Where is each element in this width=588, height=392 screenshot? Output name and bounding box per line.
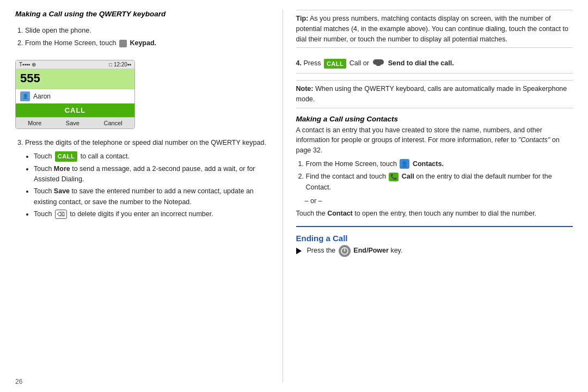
- svg-rect-2: [376, 65, 381, 66]
- contacts-section: Making a Call using Contacts A contact i…: [296, 115, 573, 219]
- phone-save-btn[interactable]: Save: [66, 120, 79, 126]
- triangle-bullet-icon: [296, 248, 302, 254]
- left-step-2: From the Home Screen, touch Keypad.: [25, 38, 270, 48]
- right-column: Tip: As you press numbers, matching cont…: [283, 10, 573, 382]
- step4: 4. Press CALL Call or Send to dial the c…: [296, 54, 573, 74]
- left-section-title: Making a Call using the QWERTY keyboard: [15, 10, 270, 18]
- ending-call-title: Ending a Call: [296, 234, 573, 243]
- tip-box: Tip: As you press numbers, matching cont…: [296, 10, 573, 48]
- bullet-backspace: Touch ⌫ to delete digits if you enter an…: [34, 209, 270, 219]
- left-step-1: Slide open the phone.: [25, 26, 270, 36]
- page-number: 26: [15, 378, 22, 385]
- note-box: Note: When using the QWERTY keyboard, ca…: [296, 80, 573, 108]
- backspace-icon: ⌫: [55, 210, 67, 219]
- contact-name: Aaron: [33, 93, 51, 100]
- ending-call-section: Ending a Call Press the End/Power key.: [296, 226, 573, 257]
- contacts-step-1: From the Home Screen, touch 👤 Contacts.: [306, 159, 573, 169]
- contacts-icon: 👤: [400, 159, 409, 169]
- call-badge-step4: CALL: [324, 59, 346, 69]
- contacts-section-title: Making a Call using Contacts: [296, 115, 573, 123]
- left-column: Making a Call using the QWERTY keyboard …: [15, 10, 283, 382]
- contacts-step-2: Find the contact and touch 📞 Call on the…: [306, 171, 573, 193]
- contact-avatar: 👤: [20, 91, 30, 101]
- phone-mockup: T▪▪▪▪ ⊕ □ 12:20▪▪ 555 👤 Aaron CALL More …: [15, 60, 135, 129]
- left-step-3: Press the digits of the telephone or spe…: [25, 138, 270, 220]
- call-badge-1: CALL: [55, 151, 77, 162]
- end-power-icon: [339, 245, 351, 257]
- phone-status-bar: T▪▪▪▪ ⊕ □ 12:20▪▪: [16, 60, 134, 69]
- bullet-more: Touch More to send a message, add a 2-se…: [34, 164, 270, 185]
- or-description: Touch the Contact to open the entry, the…: [296, 209, 573, 219]
- send-phone-icon: [372, 58, 384, 70]
- ending-call-item: Press the End/Power key.: [296, 245, 573, 257]
- bullet-save: Touch Save to save the entered number to…: [34, 186, 270, 207]
- phone-call-button[interactable]: CALL: [16, 103, 134, 117]
- phone-cancel-btn[interactable]: Cancel: [103, 120, 122, 126]
- phone-more-btn[interactable]: More: [28, 120, 41, 126]
- phone-contact-row: 👤 Aaron: [16, 89, 134, 103]
- phone-number-display: 555: [16, 69, 134, 89]
- call-icon-green: 📞: [389, 173, 399, 181]
- or-divider: – or –: [305, 196, 573, 206]
- bullet-call: Touch CALL to call a contact.: [34, 151, 270, 162]
- contacts-intro: A contact is an entry that you have crea…: [296, 125, 573, 156]
- keypad-icon: [119, 40, 127, 47]
- phone-bottom-bar: More Save Cancel: [16, 117, 134, 128]
